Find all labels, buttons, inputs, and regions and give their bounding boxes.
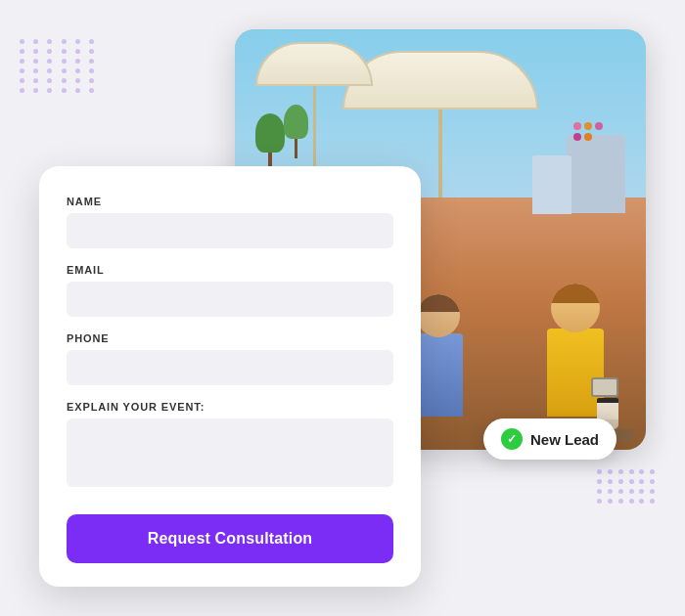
flowers — [573, 122, 613, 141]
new-lead-badge: ✓ New Lead — [483, 418, 616, 460]
event-field: EXPLAIN YOUR EVENT: — [67, 401, 393, 491]
phone-input[interactable] — [67, 350, 393, 385]
email-label: EMAIL — [67, 264, 393, 276]
event-label: EXPLAIN YOUR EVENT: — [67, 401, 393, 413]
dot-pattern-top-left — [20, 39, 98, 117]
new-lead-text: New Lead — [530, 431, 599, 448]
person-3 — [547, 284, 604, 417]
tree — [255, 113, 285, 172]
phone-field: PHONE — [67, 332, 393, 385]
name-field: NAME — [67, 196, 393, 248]
email-input[interactable] — [67, 282, 393, 317]
building-2 — [532, 155, 571, 214]
tree-2 — [284, 105, 308, 154]
building — [567, 135, 625, 213]
name-input[interactable] — [67, 213, 393, 248]
name-label: NAME — [67, 196, 393, 207]
person-2 — [414, 294, 463, 417]
email-field: EMAIL — [67, 264, 393, 317]
submit-button[interactable]: Request Consultation — [67, 514, 393, 563]
phone-label: PHONE — [67, 332, 393, 344]
dot-pattern-bottom-right — [597, 469, 656, 528]
event-textarea[interactable] — [67, 418, 393, 487]
form-card: NAME EMAIL PHONE EXPLAIN YOUR EVENT: Req… — [39, 166, 421, 587]
check-icon: ✓ — [501, 428, 523, 450]
scene-container: NAME EMAIL PHONE EXPLAIN YOUR EVENT: Req… — [39, 29, 646, 587]
